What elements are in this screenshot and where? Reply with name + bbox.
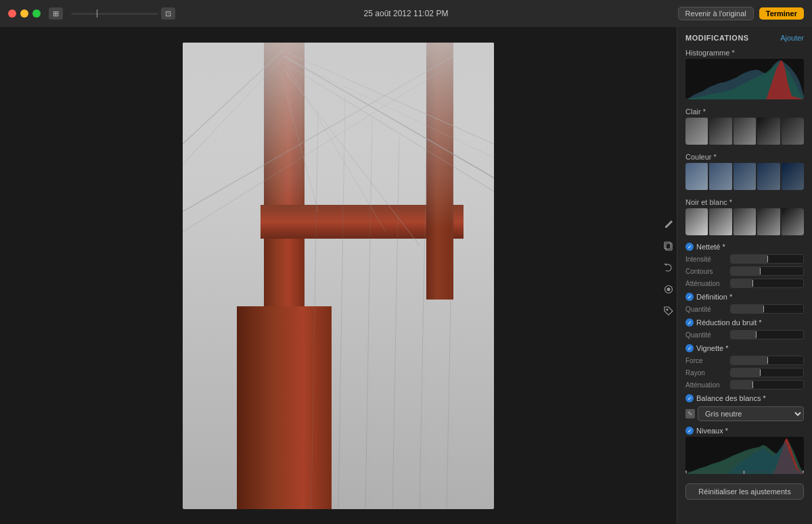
reduction-section: ✓ Réduction du bruit * Quantité xyxy=(677,316,812,341)
tag-tool-icon[interactable] xyxy=(660,303,677,319)
vignette-check[interactable]: ✓ xyxy=(685,344,694,352)
balance-select[interactable]: Gris neutre xyxy=(698,406,804,421)
vignette-attenuation-row: Atténuation xyxy=(677,379,812,391)
reduction-quantite-label: Quantité xyxy=(685,331,726,339)
main-area: MODIFICATIONS Ajouter Histogramme * Clai… xyxy=(0,27,812,524)
nettete-attenuation-track xyxy=(730,279,804,288)
nettete-contours-label: Contours xyxy=(685,268,726,275)
vignette-header: ✓ Vignette * xyxy=(677,342,812,354)
reduction-title: Réduction du bruit * xyxy=(696,318,804,327)
nettete-section: ✓ Netteté * Intensité Contours Atténuati… xyxy=(677,241,812,289)
vignette-force-row: Force xyxy=(677,354,812,366)
titlebar-actions: Revenir à l'original Terminer xyxy=(678,7,804,20)
mist-overlay xyxy=(183,43,494,229)
couleur-thumb-1[interactable] xyxy=(685,163,708,190)
nb-thumb-4[interactable] xyxy=(757,208,780,235)
clair-strip xyxy=(685,118,804,145)
reduction-check[interactable]: ✓ xyxy=(685,318,694,327)
revert-button[interactable]: Revenir à l'original xyxy=(678,7,754,20)
definition-quantite-track xyxy=(730,304,804,314)
photo-area xyxy=(0,27,677,524)
tools-panel xyxy=(660,216,677,319)
clair-thumb-4[interactable] xyxy=(757,118,780,145)
photo-date: 25 août 2012 11:02 PM xyxy=(364,9,449,18)
compare-button[interactable]: ⊡ xyxy=(161,7,175,20)
definition-check[interactable]: ✓ xyxy=(685,293,694,301)
vignette-section: ✓ Vignette * Force Rayon Atténuation xyxy=(677,342,812,391)
svg-rect-20 xyxy=(685,471,687,474)
reduction-header: ✓ Réduction du bruit * xyxy=(677,316,812,329)
vignette-force-label: Force xyxy=(685,357,726,364)
histogram-container xyxy=(685,59,804,99)
reset-button[interactable]: Réinitialiser les ajustements xyxy=(685,483,804,500)
zoom-slider[interactable] xyxy=(71,13,158,15)
histogram-label: Histogramme * xyxy=(677,46,812,59)
nettete-attenuation-row: Atténuation xyxy=(677,277,812,289)
niveaux-section: ✓ Niveaux * xyxy=(677,425,812,478)
couleur-thumb-5[interactable] xyxy=(782,163,804,190)
traffic-lights xyxy=(8,9,41,18)
modifications-label: MODIFICATIONS xyxy=(685,34,749,42)
balance-row: ✎ Gris neutre xyxy=(677,404,812,423)
nettete-title: Netteté * xyxy=(696,243,804,251)
reduction-quantite-track xyxy=(730,330,804,339)
vignette-rayon-track xyxy=(730,368,804,377)
histogram-svg xyxy=(685,59,804,99)
couleur-thumb-3[interactable] xyxy=(734,163,756,190)
definition-quantite-row: Quantité xyxy=(677,303,812,315)
vignette-title: Vignette * xyxy=(696,344,804,352)
couleur-thumb-2[interactable] xyxy=(709,163,731,190)
nettete-intensite-track xyxy=(730,254,804,264)
nb-thumb-3[interactable] xyxy=(734,208,756,235)
copy-tool-icon[interactable] xyxy=(660,238,677,254)
nettete-intensite-label: Intensité xyxy=(685,256,726,263)
niveaux-title: Niveaux * xyxy=(696,427,804,435)
vignette-force-track xyxy=(730,356,804,365)
nettete-contours-row: Contours xyxy=(677,265,812,277)
nettete-intensite-row: Intensité xyxy=(677,253,812,265)
photo-background xyxy=(183,43,494,509)
ajouter-button[interactable]: Ajouter xyxy=(780,34,804,42)
vignette-rayon-label: Rayon xyxy=(685,369,726,377)
nb-thumb-5[interactable] xyxy=(782,208,804,235)
clair-thumb-2[interactable] xyxy=(709,118,731,145)
clair-thumb-3[interactable] xyxy=(734,118,756,145)
base-structure xyxy=(237,306,332,509)
done-button[interactable]: Terminer xyxy=(759,7,804,20)
svg-rect-21 xyxy=(744,471,745,474)
clair-thumb-1[interactable] xyxy=(685,118,708,145)
clair-label: Clair * xyxy=(677,105,812,118)
balance-header: ✓ Balance des blancs * xyxy=(677,392,812,404)
close-button[interactable] xyxy=(8,9,16,18)
niveaux-header: ✓ Niveaux * xyxy=(677,425,812,437)
nb-thumb-2[interactable] xyxy=(709,208,731,235)
right-panel: MODIFICATIONS Ajouter Histogramme * Clai… xyxy=(677,27,812,524)
clair-thumb-5[interactable] xyxy=(782,118,804,145)
niveaux-histogram xyxy=(685,437,804,474)
nettete-attenuation-label: Atténuation xyxy=(685,280,726,287)
photo-container xyxy=(183,43,494,509)
nb-thumb-1[interactable] xyxy=(685,208,708,235)
minimize-button[interactable] xyxy=(20,9,28,18)
balance-eyedropper-icon: ✎ xyxy=(685,409,695,419)
rotate-tool-icon[interactable] xyxy=(660,260,677,276)
couleur-strip xyxy=(685,163,804,190)
definition-title: Définition * xyxy=(696,293,804,301)
vignette-attenuation-label: Atténuation xyxy=(685,381,726,389)
nettete-check[interactable]: ✓ xyxy=(685,243,694,251)
balance-check[interactable]: ✓ xyxy=(685,394,694,402)
nettete-header: ✓ Netteté * xyxy=(677,241,812,253)
definition-section: ✓ Définition * Quantité xyxy=(677,291,812,315)
view-mode-button[interactable]: ⊞ xyxy=(49,7,63,20)
couleur-thumb-4[interactable] xyxy=(757,163,780,190)
couleur-label: Couleur * xyxy=(677,150,812,163)
panel-header: MODIFICATIONS Ajouter xyxy=(677,27,812,46)
noir-blanc-label: Noir et blanc * xyxy=(677,195,812,208)
settings-tool-icon[interactable] xyxy=(660,281,677,297)
niveaux-check[interactable]: ✓ xyxy=(685,427,694,435)
pencil-tool-icon[interactable] xyxy=(660,216,677,233)
maximize-button[interactable] xyxy=(32,9,41,18)
view-controls: ⊞ ⊡ xyxy=(49,7,175,20)
titlebar: ⊞ ⊡ 25 août 2012 11:02 PM Revenir à l'or… xyxy=(0,0,812,27)
vignette-rayon-row: Rayon xyxy=(677,366,812,379)
